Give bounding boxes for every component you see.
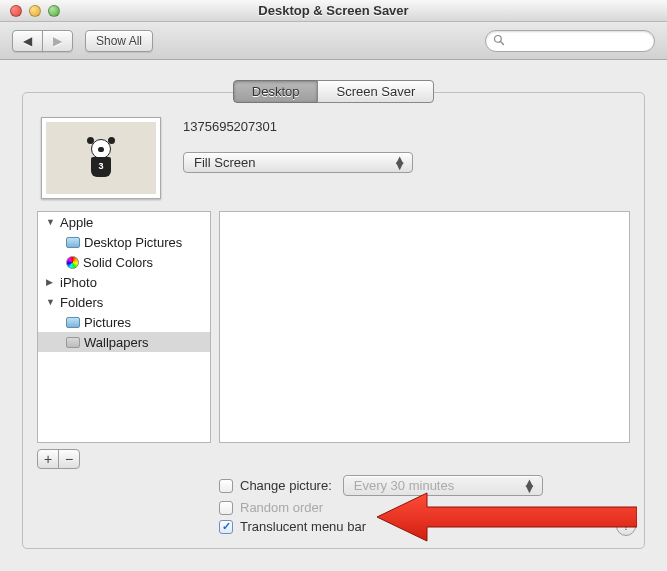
folder-icon — [66, 337, 80, 348]
tab-screen-saver[interactable]: Screen Saver — [317, 80, 434, 103]
change-interval-popup: Every 30 minutes ▲▼ — [343, 475, 543, 496]
folder-icon — [66, 237, 80, 248]
desktop-pane: 3 1375695207301 Fill Screen ▲▼ ▼ Apple — [22, 92, 645, 549]
source-folder-pictures[interactable]: Pictures — [38, 312, 210, 332]
source-solid-colors[interactable]: Solid Colors — [38, 252, 210, 272]
source-desktop-pictures[interactable]: Desktop Pictures — [38, 232, 210, 252]
help-button[interactable]: ? — [616, 516, 636, 536]
source-folder-wallpapers[interactable]: Wallpapers — [38, 332, 210, 352]
wallpaper-name: 1375695207301 — [183, 119, 626, 134]
content: Desktop Screen Saver 3 1375695207301 Fil… — [0, 60, 667, 571]
source-group-apple[interactable]: ▼ Apple — [38, 212, 210, 232]
disclosure-right-icon: ▶ — [46, 277, 56, 287]
change-picture-checkbox[interactable] — [219, 479, 233, 493]
disclosure-down-icon: ▼ — [46, 217, 56, 227]
fit-mode-value: Fill Screen — [194, 155, 255, 170]
source-group-folders[interactable]: ▼ Folders — [38, 292, 210, 312]
search-input[interactable] — [485, 30, 655, 52]
random-order-row: Random order — [219, 500, 630, 515]
add-remove-source: + − — [37, 449, 80, 469]
change-interval-value: Every 30 minutes — [354, 478, 454, 493]
wallpaper-preview-image: 3 — [87, 139, 115, 177]
back-button[interactable]: ◀ — [12, 30, 43, 52]
change-picture-row: Change picture: Every 30 minutes ▲▼ — [219, 475, 630, 496]
color-wheel-icon — [66, 256, 79, 269]
tab-desktop[interactable]: Desktop — [233, 80, 319, 103]
remove-source-button[interactable]: − — [58, 449, 80, 469]
source-group-iphoto[interactable]: ▶ iPhoto — [38, 272, 210, 292]
titlebar: Desktop & Screen Saver — [0, 0, 667, 22]
svg-line-1 — [501, 41, 504, 44]
popup-arrows-icon: ▲▼ — [393, 157, 406, 169]
add-source-button[interactable]: + — [37, 449, 59, 469]
random-order-label: Random order — [240, 500, 323, 515]
fit-mode-popup[interactable]: Fill Screen ▲▼ — [183, 152, 413, 173]
translucent-menu-bar-label: Translucent menu bar — [240, 519, 366, 534]
forward-button[interactable]: ▶ — [42, 30, 73, 52]
show-all-button[interactable]: Show All — [85, 30, 153, 52]
search-icon — [493, 34, 505, 49]
toolbar: ◀ ▶ Show All — [0, 22, 667, 60]
translucent-menu-bar-row: Translucent menu bar — [219, 519, 630, 534]
tab-bar: Desktop Screen Saver — [233, 80, 434, 103]
nav-back-forward: ◀ ▶ — [12, 30, 73, 52]
random-order-checkbox — [219, 501, 233, 515]
wallpaper-thumbnail: 3 — [41, 117, 161, 199]
wallpaper-grid[interactable] — [219, 211, 630, 443]
disclosure-down-icon: ▼ — [46, 297, 56, 307]
change-picture-label: Change picture: — [240, 478, 332, 493]
search-field-wrapper — [485, 30, 655, 52]
source-list[interactable]: ▼ Apple Desktop Pictures Solid Colors ▶ … — [37, 211, 211, 443]
translucent-menu-bar-checkbox[interactable] — [219, 520, 233, 534]
svg-point-0 — [495, 35, 502, 42]
folder-icon — [66, 317, 80, 328]
window-title: Desktop & Screen Saver — [0, 3, 667, 18]
popup-arrows-icon: ▲▼ — [523, 480, 536, 492]
